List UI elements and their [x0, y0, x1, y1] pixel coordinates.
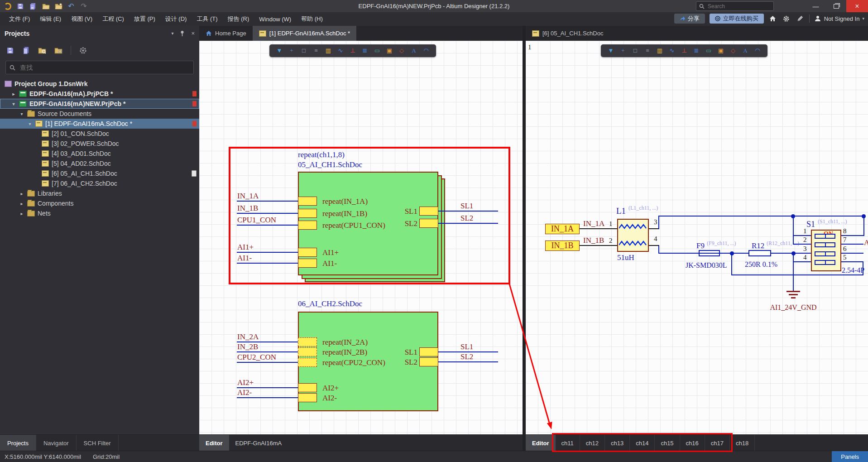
value-f9[interactable]: JK-SMD030L — [686, 261, 727, 270]
designator-f9[interactable]: F9 — [696, 241, 705, 250]
sign-in-control[interactable]: Not Signed In ▾ — [814, 15, 864, 22]
power-port-icon[interactable]: ⊥ — [348, 44, 357, 57]
sheet-filename[interactable]: 06_AI_CH2.SchDoc — [298, 300, 362, 308]
tab-projects[interactable]: Projects — [0, 435, 36, 451]
value-l1[interactable]: 51uH — [617, 254, 634, 262]
tab-home-page[interactable]: Home Page — [199, 26, 253, 41]
projects-search-box[interactable] — [5, 61, 194, 74]
tree-item-source-documents[interactable]: ▾Source Documents — [0, 109, 199, 119]
home-icon[interactable] — [768, 14, 777, 23]
wire[interactable] — [863, 216, 864, 236]
columns-icon[interactable]: ▥ — [655, 44, 664, 57]
channel-tab-ch18[interactable]: ch18 — [730, 435, 755, 451]
sheet-entry[interactable] — [419, 347, 438, 356]
expanded-arrow-icon[interactable]: ▾ — [11, 101, 16, 106]
editor-mode-tab[interactable]: Editor — [199, 435, 229, 451]
redo-icon[interactable]: ↷ — [80, 2, 88, 10]
tree-item-04-ad02[interactable]: [5] 04_AD02.SchDoc — [0, 159, 199, 168]
no-erc-icon[interactable]: ◇ — [729, 44, 738, 57]
designator-r12[interactable]: R12 — [752, 241, 764, 250]
gear-icon[interactable] — [782, 14, 791, 23]
undo-icon[interactable]: ↶ — [67, 2, 75, 10]
net-label[interactable]: IN_2B — [237, 343, 258, 351]
global-search-box[interactable] — [696, 1, 774, 11]
projects-search-input[interactable] — [19, 63, 170, 72]
wire[interactable] — [793, 216, 794, 245]
wire[interactable] — [237, 397, 298, 398]
wire[interactable] — [731, 254, 732, 275]
tab-main-schdoc[interactable]: [1] EDPF-GnAI16mA.SchDoc * — [253, 26, 356, 41]
net-label[interactable]: IN_1A — [583, 220, 604, 228]
collapsed-arrow-icon[interactable]: ▸ — [19, 211, 24, 216]
tree-item-top-schdoc[interactable]: ▾[1] EDPF-GnAI16mA.SchDoc * — [0, 119, 199, 129]
wire[interactable] — [580, 245, 617, 246]
pin-icon[interactable] — [180, 30, 185, 36]
menu-tools[interactable]: 工具 (T) — [192, 13, 222, 25]
tree-item-01-con[interactable]: [2] 01_CON.SchDoc — [0, 129, 199, 139]
tree-item-prjpcb-new[interactable]: ▾EDPF-GnAI16(mA)NEW.PrjPcb * — [0, 99, 199, 109]
close-button[interactable]: × — [846, 0, 868, 12]
component-r12-resistor[interactable] — [748, 250, 771, 256]
net-label[interactable]: IN_1B — [583, 236, 604, 245]
save-icon[interactable] — [16, 2, 24, 10]
tree-item-libraries[interactable]: ▸Libraries — [0, 188, 199, 198]
tree-item-nets[interactable]: ▸Nets — [0, 208, 199, 218]
value-s1[interactable]: 2.54-4P — [842, 266, 864, 274]
sheet-entry[interactable] — [298, 393, 317, 402]
wire[interactable] — [731, 274, 863, 275]
ground-net-label[interactable]: AI1_24V_GND — [765, 303, 822, 312]
minimize-button[interactable]: — — [806, 0, 826, 12]
select-area-icon[interactable]: □ — [631, 44, 640, 57]
port-in-1b[interactable]: IN_1B — [545, 241, 580, 251]
wire[interactable] — [793, 261, 811, 262]
net-label[interactable]: AI2- — [237, 389, 252, 397]
net-label[interactable]: AI2+ — [237, 379, 254, 387]
wire[interactable] — [580, 228, 617, 229]
sheet-symbol-icon[interactable]: ▭ — [373, 44, 382, 57]
folder-settings-icon[interactable] — [54, 47, 62, 54]
tree-item-components[interactable]: ▸Components — [0, 198, 199, 208]
tab-ai-ch1-schdoc[interactable]: [6] 05_AI_CH1.SchDoc — [526, 26, 609, 41]
tree-item-02-power[interactable]: [3] 02_POWER.SchDoc — [0, 139, 199, 149]
restore-button[interactable] — [826, 0, 846, 12]
collapsed-arrow-icon[interactable]: ▸ — [11, 91, 16, 96]
wire[interactable] — [841, 261, 863, 262]
wire[interactable] — [720, 253, 748, 254]
open-project-icon[interactable] — [54, 2, 62, 10]
designator-l1[interactable]: L1 — [616, 207, 626, 215]
save-project-icon[interactable] — [6, 47, 14, 54]
pane-splitter[interactable] — [523, 26, 526, 451]
wire[interactable] — [237, 351, 298, 352]
expanded-arrow-icon[interactable]: ▾ — [27, 121, 33, 126]
port-in-1a[interactable]: IN_1A — [545, 224, 580, 234]
menu-file[interactable]: 文件 (F) — [5, 13, 34, 25]
dip-switch-element[interactable] — [815, 260, 835, 265]
columns-icon[interactable]: ▥ — [324, 44, 333, 57]
right-schematic-canvas[interactable]: 1 ▼ + □ ≡ ▥ ∿ ⊥ ≣ ▭ ▣ ◇ A ◠ IN_1A IN_1B … — [526, 41, 868, 435]
sheet-entry[interactable] — [298, 347, 317, 356]
bus-icon[interactable]: ≣ — [692, 44, 701, 57]
menu-window[interactable]: Window (W) — [254, 14, 296, 24]
net-label[interactable]: SL2 — [460, 353, 473, 361]
save-all-icon[interactable] — [29, 2, 37, 10]
menu-reports[interactable]: 报告 (R) — [223, 13, 254, 25]
customize-pen-icon[interactable] — [796, 14, 805, 23]
menu-edit[interactable]: 编辑 (E) — [35, 13, 66, 25]
menu-project[interactable]: 工程 (C) — [98, 13, 129, 25]
tree-item-05-ai-ch1[interactable]: [6] 05_AI_CH1.SchDoc — [0, 168, 199, 178]
menu-design[interactable]: 设计 (D) — [161, 13, 192, 25]
tree-item-prjpcb[interactable]: ▸EDPF-GnAI16(mA).PrjPCB * — [0, 89, 199, 99]
clipped-net-label[interactable]: A — [864, 239, 868, 247]
filter-icon[interactable]: ▼ — [606, 44, 615, 57]
wire[interactable] — [438, 361, 498, 362]
open-icon[interactable] — [42, 2, 50, 10]
wire[interactable] — [841, 244, 863, 245]
menu-help[interactable]: 帮助 (H) — [297, 13, 327, 25]
sheet-entry[interactable] — [298, 358, 317, 367]
tab-navigator[interactable]: Navigator — [36, 435, 77, 451]
comment-icon[interactable]: ▣ — [716, 44, 725, 57]
dip-switch-element[interactable] — [815, 242, 835, 247]
select-area-icon[interactable]: □ — [299, 44, 308, 57]
power-port-icon[interactable]: ⊥ — [680, 44, 689, 57]
collapsed-arrow-icon[interactable]: ▸ — [19, 201, 24, 206]
